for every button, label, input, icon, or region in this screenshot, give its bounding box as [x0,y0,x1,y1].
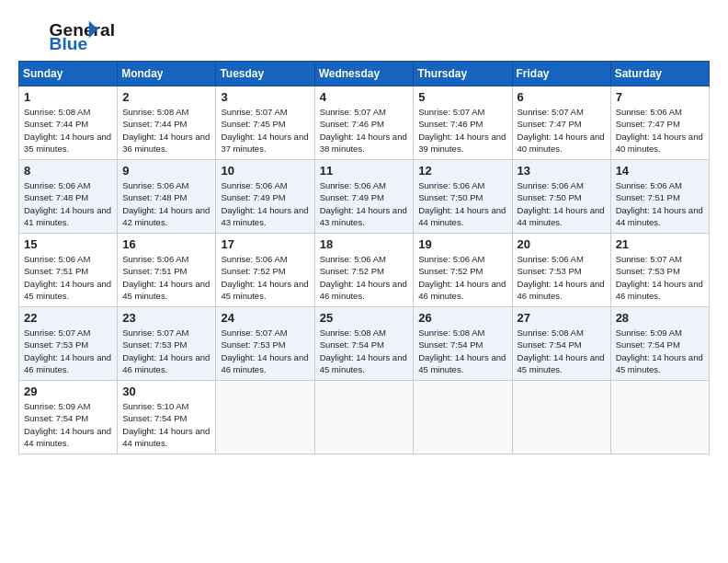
day-cell-9: 9Sunrise: 5:06 AMSunset: 7:48 PMDaylight… [118,160,216,234]
day-number: 22 [24,311,112,325]
day-info: Sunrise: 5:07 AMSunset: 7:46 PMDaylight:… [418,106,506,155]
empty-cell [610,381,709,454]
empty-cell [314,381,414,454]
day-info: Sunrise: 5:08 AMSunset: 7:54 PMDaylight:… [418,327,506,375]
empty-cell [216,381,314,454]
day-cell-3: 3Sunrise: 5:07 AMSunset: 7:45 PMDaylight… [216,86,314,160]
day-cell-18: 18Sunrise: 5:06 AMSunset: 7:52 PMDayligh… [314,234,414,307]
day-number: 30 [122,385,210,398]
day-number: 23 [122,311,210,325]
day-number: 20 [518,237,606,251]
day-cell-11: 11Sunrise: 5:06 AMSunset: 7:49 PMDayligh… [314,160,414,234]
day-number: 24 [221,311,309,325]
day-info: Sunrise: 5:06 AMSunset: 7:51 PMDaylight:… [616,179,704,228]
day-cell-23: 23Sunrise: 5:07 AMSunset: 7:53 PMDayligh… [118,307,216,381]
day-cell-22: 22Sunrise: 5:07 AMSunset: 7:53 PMDayligh… [19,307,118,381]
day-cell-10: 10Sunrise: 5:06 AMSunset: 7:49 PMDayligh… [216,160,314,234]
day-cell-7: 7Sunrise: 5:06 AMSunset: 7:47 PMDaylight… [610,86,709,160]
day-number: 29 [24,385,112,398]
day-info: Sunrise: 5:06 AMSunset: 7:49 PMDaylight:… [320,179,409,228]
day-info: Sunrise: 5:07 AMSunset: 7:53 PMDaylight:… [24,327,112,375]
day-number: 25 [320,311,409,325]
day-info: Sunrise: 5:09 AMSunset: 7:54 PMDaylight:… [616,327,704,375]
day-cell-27: 27Sunrise: 5:08 AMSunset: 7:54 PMDayligh… [512,307,610,381]
day-cell-16: 16Sunrise: 5:06 AMSunset: 7:51 PMDayligh… [118,234,216,307]
day-cell-21: 21Sunrise: 5:07 AMSunset: 7:53 PMDayligh… [610,234,709,307]
day-info: Sunrise: 5:06 AMSunset: 7:51 PMDaylight:… [24,253,112,302]
day-number: 19 [418,237,506,251]
empty-cell [512,381,610,454]
day-number: 14 [616,164,704,178]
day-info: Sunrise: 5:07 AMSunset: 7:53 PMDaylight:… [616,253,704,302]
day-info: Sunrise: 5:06 AMSunset: 7:49 PMDaylight:… [221,179,309,228]
day-cell-20: 20Sunrise: 5:06 AMSunset: 7:53 PMDayligh… [512,234,610,307]
day-cell-26: 26Sunrise: 5:08 AMSunset: 7:54 PMDayligh… [414,307,512,381]
day-cell-1: 1Sunrise: 5:08 AMSunset: 7:44 PMDaylight… [19,86,118,160]
day-info: Sunrise: 5:07 AMSunset: 7:46 PMDaylight:… [320,106,409,155]
day-cell-6: 6Sunrise: 5:07 AMSunset: 7:47 PMDaylight… [512,86,610,160]
day-info: Sunrise: 5:06 AMSunset: 7:52 PMDaylight:… [221,253,309,302]
day-info: Sunrise: 5:10 AMSunset: 7:54 PMDaylight:… [122,400,210,449]
day-number: 16 [122,237,210,251]
day-info: Sunrise: 5:08 AMSunset: 7:44 PMDaylight:… [24,106,112,155]
day-info: Sunrise: 5:06 AMSunset: 7:48 PMDaylight:… [122,179,210,228]
day-cell-5: 5Sunrise: 5:07 AMSunset: 7:46 PMDaylight… [414,86,512,160]
day-number: 17 [221,237,309,251]
calendar-row-4: 22Sunrise: 5:07 AMSunset: 7:53 PMDayligh… [19,307,710,381]
day-cell-15: 15Sunrise: 5:06 AMSunset: 7:51 PMDayligh… [19,234,118,307]
header-wednesday: Wednesday [314,62,414,86]
logo: General Blue [18,18,129,52]
day-info: Sunrise: 5:07 AMSunset: 7:53 PMDaylight:… [221,327,309,375]
day-number: 1 [24,90,112,104]
day-cell-19: 19Sunrise: 5:06 AMSunset: 7:52 PMDayligh… [414,234,512,307]
day-number: 5 [418,90,506,104]
day-number: 21 [616,237,704,251]
day-number: 13 [518,164,606,178]
calendar-row-5: 29Sunrise: 5:09 AMSunset: 7:54 PMDayligh… [19,381,710,454]
day-info: Sunrise: 5:09 AMSunset: 7:54 PMDaylight:… [24,400,112,449]
calendar-table: SundayMondayTuesdayWednesdayThursdayFrid… [18,61,710,454]
day-cell-28: 28Sunrise: 5:09 AMSunset: 7:54 PMDayligh… [610,307,709,381]
day-number: 28 [616,311,704,325]
logo-icon: General Blue [18,18,129,52]
day-number: 9 [122,164,210,178]
day-cell-12: 12Sunrise: 5:06 AMSunset: 7:50 PMDayligh… [414,160,512,234]
day-info: Sunrise: 5:07 AMSunset: 7:53 PMDaylight:… [122,327,210,375]
day-number: 4 [320,90,409,104]
day-number: 7 [616,90,704,104]
day-number: 2 [122,90,210,104]
day-cell-2: 2Sunrise: 5:08 AMSunset: 7:44 PMDaylight… [118,86,216,160]
day-info: Sunrise: 5:06 AMSunset: 7:52 PMDaylight:… [418,253,506,302]
day-cell-8: 8Sunrise: 5:06 AMSunset: 7:48 PMDaylight… [19,160,118,234]
day-cell-30: 30Sunrise: 5:10 AMSunset: 7:54 PMDayligh… [118,381,216,454]
day-cell-14: 14Sunrise: 5:06 AMSunset: 7:51 PMDayligh… [610,160,709,234]
day-info: Sunrise: 5:06 AMSunset: 7:47 PMDaylight:… [616,106,704,155]
day-info: Sunrise: 5:06 AMSunset: 7:50 PMDaylight:… [518,179,606,228]
header-monday: Monday [118,62,216,86]
day-cell-24: 24Sunrise: 5:07 AMSunset: 7:53 PMDayligh… [216,307,314,381]
header-friday: Friday [512,62,610,86]
day-cell-4: 4Sunrise: 5:07 AMSunset: 7:46 PMDaylight… [314,86,414,160]
day-number: 15 [24,237,112,251]
empty-cell [414,381,512,454]
calendar-row-2: 8Sunrise: 5:06 AMSunset: 7:48 PMDaylight… [19,160,710,234]
page-header: General Blue [18,18,710,55]
day-info: Sunrise: 5:06 AMSunset: 7:53 PMDaylight:… [518,253,606,302]
header-sunday: Sunday [19,62,118,86]
day-number: 27 [518,311,606,325]
day-info: Sunrise: 5:07 AMSunset: 7:45 PMDaylight:… [221,106,309,155]
day-info: Sunrise: 5:08 AMSunset: 7:54 PMDaylight:… [518,327,606,375]
day-info: Sunrise: 5:06 AMSunset: 7:48 PMDaylight:… [24,179,112,228]
day-cell-29: 29Sunrise: 5:09 AMSunset: 7:54 PMDayligh… [19,381,118,454]
calendar-row-3: 15Sunrise: 5:06 AMSunset: 7:51 PMDayligh… [19,234,710,307]
day-cell-13: 13Sunrise: 5:06 AMSunset: 7:50 PMDayligh… [512,160,610,234]
day-info: Sunrise: 5:06 AMSunset: 7:52 PMDaylight:… [320,253,409,302]
day-number: 11 [320,164,409,178]
day-number: 3 [221,90,309,104]
day-number: 12 [418,164,506,178]
day-info: Sunrise: 5:06 AMSunset: 7:50 PMDaylight:… [418,179,506,228]
day-number: 6 [518,90,606,104]
header-tuesday: Tuesday [216,62,314,86]
day-info: Sunrise: 5:06 AMSunset: 7:51 PMDaylight:… [122,253,210,302]
calendar-header-row: SundayMondayTuesdayWednesdayThursdayFrid… [19,62,710,86]
